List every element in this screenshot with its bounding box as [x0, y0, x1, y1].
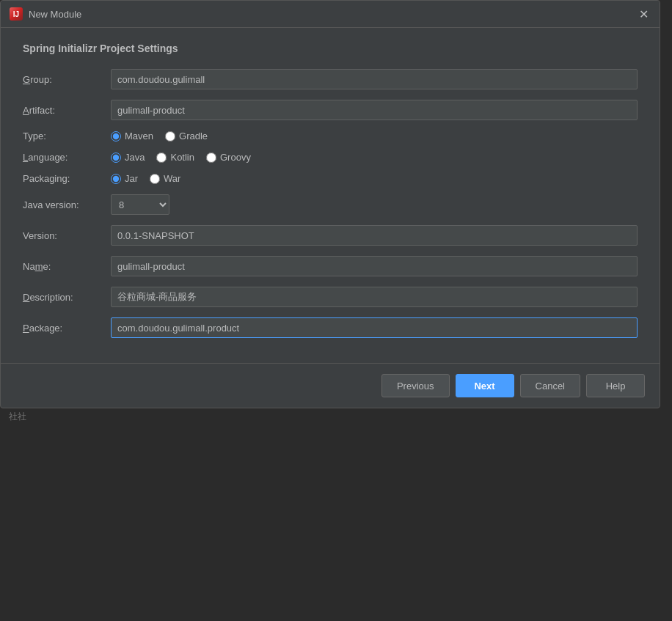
name-label: Name:	[23, 261, 111, 272]
artifact-label: Artifact:	[23, 105, 111, 116]
help-button[interactable]: Help	[586, 374, 645, 397]
next-button[interactable]: Next	[456, 374, 514, 397]
language-kotlin-label: Kotlin	[170, 152, 194, 163]
type-label: Type:	[23, 131, 111, 142]
dialog-content: Spring Initializr Project Settings Group…	[1, 28, 660, 363]
package-input[interactable]	[111, 317, 638, 338]
type-maven-label: Maven	[125, 131, 153, 142]
name-input[interactable]	[111, 256, 638, 276]
packaging-jar-option[interactable]: Jar	[111, 173, 138, 184]
name-row: Name:	[23, 256, 638, 276]
packaging-radio-group: Jar War	[111, 173, 638, 184]
title-bar: IJ New Module ✕	[1, 1, 660, 28]
type-maven-radio[interactable]	[111, 131, 121, 142]
packaging-label: Packaging:	[23, 173, 111, 184]
package-label: Package:	[23, 323, 111, 334]
section-title: Spring Initializr Project Settings	[23, 43, 638, 54]
language-radio-group: Java Kotlin Groovy	[111, 152, 638, 163]
status-text: 社社	[9, 411, 26, 423]
java-version-select[interactable]: 8 11 17	[111, 194, 169, 215]
language-groovy-radio[interactable]	[206, 153, 216, 163]
language-kotlin-option[interactable]: Kotlin	[156, 152, 194, 163]
description-row: Description:	[23, 287, 638, 307]
packaging-war-option[interactable]: War	[150, 173, 180, 184]
language-groovy-label: Groovy	[220, 152, 251, 163]
type-gradle-option[interactable]: Gradle	[165, 131, 208, 142]
language-kotlin-radio[interactable]	[156, 153, 167, 163]
language-java-radio[interactable]	[111, 153, 121, 163]
description-label: Description:	[23, 292, 111, 303]
title-bar-left: IJ New Module	[10, 7, 81, 21]
app-icon: IJ	[10, 7, 23, 21]
type-gradle-label: Gradle	[179, 131, 208, 142]
status-bar: 社社	[0, 408, 672, 425]
cancel-button[interactable]: Cancel	[520, 374, 580, 397]
package-row: Package:	[23, 317, 638, 338]
language-label: Language:	[23, 152, 111, 163]
java-version-row: Java version: 8 11 17	[23, 194, 638, 215]
previous-button[interactable]: Previous	[381, 374, 450, 397]
dialog-footer: Previous Next Cancel Help	[1, 363, 660, 408]
packaging-jar-radio[interactable]	[111, 174, 121, 184]
close-button[interactable]: ✕	[636, 7, 651, 21]
type-maven-option[interactable]: Maven	[111, 131, 153, 142]
new-module-dialog: IJ New Module ✕ Spring Initializr Projec…	[0, 0, 660, 408]
artifact-row: Artifact:	[23, 100, 638, 120]
java-version-label: Java version:	[23, 199, 111, 210]
version-row: Version:	[23, 225, 638, 246]
type-gradle-radio[interactable]	[165, 131, 175, 142]
packaging-row: Packaging: Jar War	[23, 173, 638, 184]
version-label: Version:	[23, 230, 111, 241]
artifact-input[interactable]	[111, 100, 638, 120]
packaging-war-label: War	[164, 173, 180, 184]
language-row: Language: Java Kotlin Groovy	[23, 152, 638, 163]
group-label: Group:	[23, 74, 111, 85]
type-row: Type: Maven Gradle	[23, 131, 638, 142]
language-java-option[interactable]: Java	[111, 152, 145, 163]
type-radio-group: Maven Gradle	[111, 131, 638, 142]
description-input[interactable]	[111, 287, 638, 307]
group-input[interactable]	[111, 69, 638, 89]
packaging-war-radio[interactable]	[150, 174, 160, 184]
dialog-title: New Module	[29, 9, 81, 20]
packaging-jar-label: Jar	[125, 173, 138, 184]
language-groovy-option[interactable]: Groovy	[206, 152, 251, 163]
version-input[interactable]	[111, 225, 638, 246]
group-row: Group:	[23, 69, 638, 89]
language-java-label: Java	[125, 152, 145, 163]
